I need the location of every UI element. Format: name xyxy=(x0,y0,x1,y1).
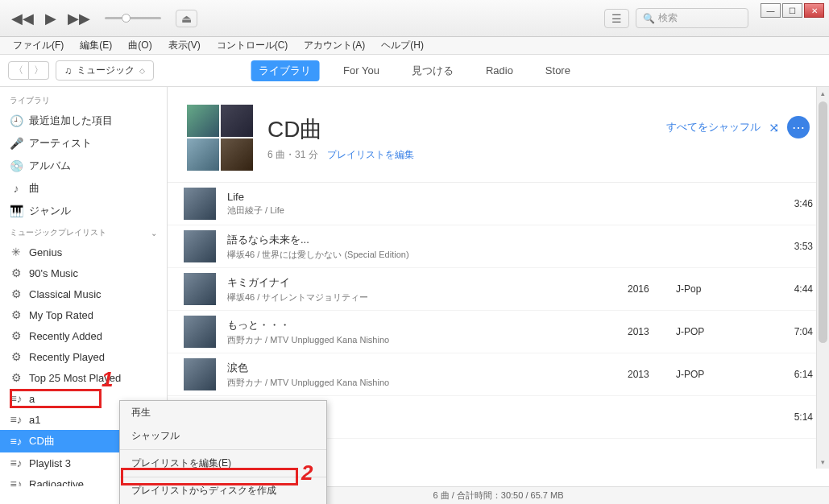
sidebar-playlist-90s[interactable]: ⚙90's Music xyxy=(0,262,167,283)
chevron-icon: ◇ xyxy=(139,67,145,75)
track-artwork xyxy=(184,316,216,348)
ctx-play[interactable]: 再生 xyxy=(120,401,326,424)
sidebar-playlist-classical[interactable]: ⚙Classical Music xyxy=(0,283,167,304)
search-icon: 🔍 xyxy=(643,13,655,24)
menu-file[interactable]: ファイル(F) xyxy=(6,37,70,54)
menu-control[interactable]: コントロール(C) xyxy=(210,37,295,54)
track-artwork xyxy=(184,230,216,262)
menu-bar: ファイル(F) 編集(E) 曲(O) 表示(V) コントロール(C) アカウント… xyxy=(0,37,829,55)
track-row[interactable]: 涙色西野カナ / MTV Unplugged Kana Nishino 2013… xyxy=(168,353,829,396)
sidebar-item-songs[interactable]: ♪曲 xyxy=(0,177,167,200)
next-track-button[interactable]: ▶▶ xyxy=(64,8,93,29)
sidebar-item-albums[interactable]: 💿アルバム xyxy=(0,155,167,177)
search-placeholder: 検索 xyxy=(658,11,678,25)
playlist-icon: ≡♪ xyxy=(10,413,23,426)
ctx-separator xyxy=(120,477,326,477)
clock-icon: 🕘 xyxy=(10,114,23,127)
category-selector[interactable]: ♫ ミュージック ◇ xyxy=(56,60,154,81)
sidebar-playlist-genius[interactable]: ✳Genius xyxy=(0,242,167,262)
tab-library[interactable]: ライブラリ xyxy=(251,60,319,81)
sidebar-playlist-toprated[interactable]: ⚙My Top Rated xyxy=(0,304,167,325)
sidebar-playlist-top25[interactable]: ⚙Top 25 Most Played xyxy=(0,367,167,388)
sidebar-item-artists[interactable]: 🎤アーティスト xyxy=(0,132,167,155)
scroll-up-arrow[interactable]: ▴ xyxy=(817,87,829,100)
ctx-shuffle[interactable]: シャッフル xyxy=(120,424,326,448)
vertical-scrollbar[interactable]: ▴ ▾ xyxy=(816,87,829,469)
sidebar-item-genres[interactable]: 🎹ジャンル xyxy=(0,200,167,222)
smart-icon: ⚙ xyxy=(10,350,23,363)
volume-thumb[interactable] xyxy=(122,14,131,23)
chevron-down-icon[interactable]: ⌄ xyxy=(151,229,157,238)
track-row[interactable]: Life池田綾子 / Life 3:46 xyxy=(168,183,829,225)
smart-icon: ⚙ xyxy=(10,371,23,384)
nav-forward-button[interactable]: 〉 xyxy=(29,61,49,80)
menu-edit[interactable]: 編集(E) xyxy=(73,37,118,54)
sidebar-playlist-recent-played[interactable]: ⚙Recently Played xyxy=(0,346,167,367)
track-row[interactable]: もっと・・・西野カナ / MTV Unplugged Kana Nishino … xyxy=(168,311,829,353)
smart-icon: ⚙ xyxy=(10,287,23,300)
genre-icon: 🎹 xyxy=(10,204,23,217)
search-input[interactable]: 🔍 検索 xyxy=(636,8,748,28)
genius-icon: ✳ xyxy=(10,246,23,258)
track-row[interactable]: 語るなら未来を...欅坂46 / 世界には愛しかない (Special Edit… xyxy=(168,225,829,268)
playlist-header: CD曲 6 曲・31 分 プレイリストを編集 すべてをシャッフル ⤨ ⋯ xyxy=(168,87,829,182)
top-toolbar: ◀◀ ▶ ▶▶ ⏏ ☰ 🔍 検索 xyxy=(0,0,829,37)
playlist-artwork xyxy=(187,105,253,171)
tab-browse[interactable]: 見つける xyxy=(404,60,462,81)
track-row[interactable]: キミガイナイ欅坂46 / サイレントマジョリティー 2016 J-Pop 4:4… xyxy=(168,268,829,311)
note-icon: ♪ xyxy=(10,182,23,195)
more-options-button[interactable]: ⋯ xyxy=(787,116,810,138)
smart-icon: ⚙ xyxy=(10,266,23,279)
window-maximize-button[interactable]: ☐ xyxy=(782,3,802,18)
playlist-title: CD曲 xyxy=(267,114,414,145)
airplay-icon[interactable]: ⏏ xyxy=(176,10,197,27)
list-view-button[interactable]: ☰ xyxy=(604,9,629,28)
shuffle-icon[interactable]: ⤨ xyxy=(769,120,779,135)
prev-track-button[interactable]: ◀◀ xyxy=(8,8,37,29)
album-icon: 💿 xyxy=(10,159,23,172)
scrollbar-thumb[interactable] xyxy=(819,101,827,343)
window-minimize-button[interactable]: — xyxy=(761,3,781,18)
playlist-icon: ≡♪ xyxy=(10,435,23,448)
tab-radio[interactable]: Radio xyxy=(478,61,521,80)
menu-song[interactable]: 曲(O) xyxy=(122,37,158,54)
nav-back-button[interactable]: 〈 xyxy=(8,61,29,80)
context-menu: 再生 シャッフル プレイリストを編集(E) プレイリストからディスクを作成 再生… xyxy=(119,400,327,504)
window-close-button[interactable]: ✕ xyxy=(804,3,824,18)
sidebar-library-header: ライブラリ xyxy=(0,90,167,109)
ctx-burn-disc[interactable]: プレイリストからディスクを作成 xyxy=(120,479,326,502)
tab-store[interactable]: Store xyxy=(537,61,578,80)
tab-foryou[interactable]: For You xyxy=(335,61,388,80)
track-artwork xyxy=(184,273,216,305)
menu-view[interactable]: 表示(V) xyxy=(162,37,207,54)
track-artwork xyxy=(184,358,216,390)
track-artwork xyxy=(184,188,216,220)
menu-help[interactable]: ヘルプ(H) xyxy=(375,37,430,54)
playlist-icon: ≡♪ xyxy=(10,456,23,469)
ctx-separator xyxy=(120,449,326,450)
sidebar-item-recent[interactable]: 🕘最近追加した項目 xyxy=(0,109,167,132)
sidebar-playlists-header: ミュージックプレイリスト⌄ xyxy=(0,222,167,242)
smart-icon: ⚙ xyxy=(10,308,23,321)
sidebar-playlist-recent-added[interactable]: ⚙Recently Added xyxy=(0,325,167,346)
ctx-edit-playlist[interactable]: プレイリストを編集(E) xyxy=(120,452,326,475)
category-label: ミュージック xyxy=(77,64,135,77)
scroll-down-arrow[interactable]: ▾ xyxy=(817,456,829,469)
nav-row: 〈 〉 ♫ ミュージック ◇ ライブラリ For You 見つける Radio … xyxy=(0,55,829,87)
volume-slider[interactable] xyxy=(105,17,161,19)
smart-icon: ⚙ xyxy=(10,329,23,342)
playlist-icon: ≡♪ xyxy=(10,392,23,405)
play-button[interactable]: ▶ xyxy=(42,8,60,29)
music-icon: ♫ xyxy=(64,65,72,76)
mic-icon: 🎤 xyxy=(10,137,23,150)
edit-playlist-link[interactable]: プレイリストを編集 xyxy=(327,149,414,160)
playlist-subtitle: 6 曲・31 分 xyxy=(267,149,318,160)
menu-account[interactable]: アカウント(A) xyxy=(297,37,371,54)
playlist-icon: ≡♪ xyxy=(10,477,23,486)
shuffle-all-button[interactable]: すべてをシャッフル xyxy=(666,120,761,134)
